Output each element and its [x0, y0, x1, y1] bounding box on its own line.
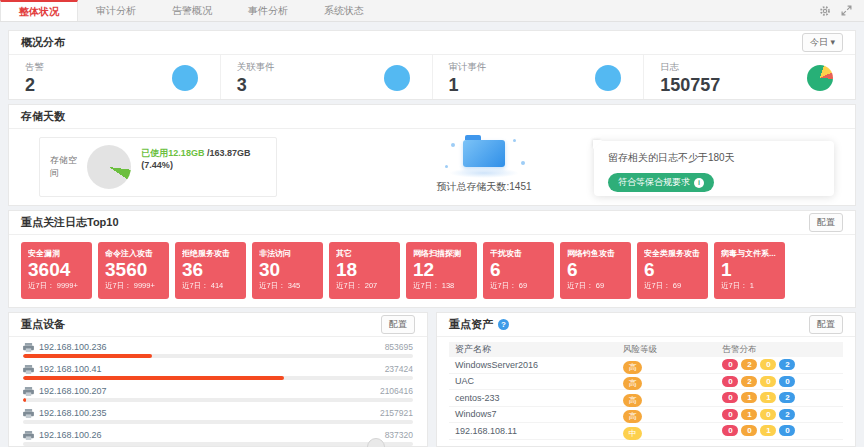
alarm-badge-high: 2	[741, 359, 757, 370]
date-range-dropdown[interactable]: 今日 ▾	[802, 33, 843, 52]
devices-config-button[interactable]: 配置	[381, 315, 415, 334]
asset-row[interactable]: WindowsServer2016 高 0 2 0 2	[449, 357, 843, 374]
alarm-badge-critical: 0	[722, 359, 738, 370]
stat-audit-events[interactable]: 审计事件 1	[433, 55, 645, 100]
folder-shadow	[449, 168, 519, 178]
info-icon: i	[694, 178, 704, 188]
alarm-badge-medium: 1	[760, 392, 776, 403]
alarm-badge-low: 2	[779, 359, 795, 370]
chevron-down-icon: ▾	[830, 37, 835, 47]
overview-stats-row: 告警 2 关联事件 3 审计事件 1	[9, 55, 855, 100]
assets-table: 资产名称 风险等级 告警分布 WindowsServer2016 高 0 2 0…	[437, 337, 855, 440]
stat-value: 2	[25, 76, 44, 94]
top-tabbar: 整体状况 审计分析 告警概况 事件分析 系统状态	[0, 0, 864, 22]
alarm-badge-medium: 1	[760, 425, 776, 436]
help-icon[interactable]: ?	[498, 319, 509, 330]
alarm-badge-critical: 0	[722, 409, 738, 420]
log-card-phishing[interactable]: 网络钓鱼攻击 6 近7日： 69	[560, 242, 631, 299]
alarm-badge-low: 2	[779, 392, 795, 403]
log-card-illegal-access[interactable]: 非法访问 30 近7日： 345	[252, 242, 323, 299]
assets-title: 重点资产	[449, 317, 493, 332]
storage-title: 存储天数	[21, 109, 65, 124]
device-row[interactable]: 192.168.100.235 2157921	[23, 406, 413, 428]
estimated-storage-days: 预计总存储天数:1451	[409, 180, 559, 194]
tab-audit-analysis[interactable]: 审计分析	[78, 0, 154, 21]
device-list: 192.168.100.236 853695 192.168.100.41 23…	[9, 337, 427, 447]
top10-logs-panel: 重点关注日志Top10 配置 安全漏洞 3604 近7日： 9999+ 命令注入…	[8, 210, 856, 308]
assets-config-button[interactable]: 配置	[809, 315, 843, 334]
device-bar-track	[23, 398, 413, 402]
stat-logs[interactable]: 日志 150757	[644, 55, 855, 100]
alarm-badge-high: 1	[741, 392, 757, 403]
device-bar-track	[23, 420, 413, 424]
stat-value: 1	[449, 76, 487, 94]
fullscreen-expand-icon[interactable]	[841, 5, 852, 16]
storage-space-card: 存储空间 已使用12.18GB /163.87GB (7.44%)	[39, 137, 277, 197]
device-icon	[23, 409, 34, 418]
alarm-badge-medium: 0	[760, 359, 776, 370]
log-card-interference[interactable]: 干扰攻击 6 近7日： 69	[483, 242, 554, 299]
asset-row[interactable]: Windows7 高 0 1 0 2	[449, 407, 843, 424]
folder-icon	[463, 140, 505, 167]
device-icon	[23, 387, 34, 396]
stat-label: 审计事件	[449, 61, 487, 74]
log-card-dos-attack[interactable]: 拒绝服务攻击 36 近7日： 414	[175, 242, 246, 299]
sparkle-dot	[513, 139, 516, 142]
stat-correlated-events[interactable]: 关联事件 3	[221, 55, 433, 100]
overview-title: 概况分布	[21, 35, 65, 50]
alarm-badge-critical: 0	[722, 392, 738, 403]
device-row[interactable]: 192.168.100.26 837320	[23, 428, 413, 447]
log-card-network-scan[interactable]: 网络扫描探测 12 近7日： 138	[406, 242, 477, 299]
storage-folder-illustration: 预计总存储天数:1451	[409, 135, 559, 194]
sparkle-dot	[445, 165, 448, 168]
log-card-security-vuln[interactable]: 安全漏洞 3604 近7日： 9999+	[21, 242, 92, 299]
alarm-badge-low: 0	[779, 376, 795, 387]
alarm-badge-high: 0	[741, 425, 757, 436]
top10-cards-row: 安全漏洞 3604 近7日： 9999+ 命令注入攻击 3560 近7日： 99…	[9, 235, 855, 306]
settings-gear-icon[interactable]	[819, 5, 831, 17]
device-bar-track	[23, 442, 413, 446]
alarm-distribution: 0 2 0 0	[722, 376, 837, 387]
retention-note: 留存相关的日志不少于180天	[608, 151, 820, 165]
device-row[interactable]: 192.168.100.41 237424	[23, 362, 413, 384]
log-card-virus-file[interactable]: 病毒与文件系... 1 近7日： 1	[714, 242, 785, 299]
stat-value: 3	[237, 76, 275, 94]
device-bar-fill	[23, 354, 152, 358]
alarm-distribution: 0 1 0 2	[722, 409, 837, 420]
compliance-badge[interactable]: 符合等保合规要求 i	[608, 173, 714, 192]
device-bar-track	[23, 376, 413, 380]
key-assets-panel: 重点资产 ? 配置 资产名称 风险等级 告警分布 WindowsServer20…	[436, 312, 856, 447]
alarm-badge-high: 2	[741, 376, 757, 387]
asset-row[interactable]: UAC 高 0 2 0 0	[449, 374, 843, 391]
tab-overall-status[interactable]: 整体状况	[0, 0, 78, 21]
top10-config-button[interactable]: 配置	[809, 213, 843, 232]
log-card-security-service[interactable]: 安全类服务攻击 6 近7日： 69	[637, 242, 708, 299]
devices-title: 重点设备	[21, 317, 65, 332]
storage-used-text: 已使用12.18GB	[141, 148, 204, 158]
tab-event-analysis[interactable]: 事件分析	[230, 0, 306, 21]
stat-label: 日志	[660, 61, 720, 74]
device-row[interactable]: 192.168.100.207 2106416	[23, 384, 413, 406]
asset-row[interactable]: 192.168.108.11 中 0 0 1 0	[449, 423, 843, 440]
storage-usage-text: 已使用12.18GB /163.87GB (7.44%)	[141, 147, 266, 170]
device-row[interactable]: 192.168.100.236 853695	[23, 340, 413, 362]
alarm-badge-medium: 0	[760, 409, 776, 420]
log-card-other[interactable]: 其它 18 近7日： 207	[329, 242, 400, 299]
tab-system-status[interactable]: 系统状态	[306, 0, 382, 21]
alarm-distribution: 0 1 1 2	[722, 392, 837, 403]
device-bar-fill	[23, 398, 26, 402]
stat-alarms[interactable]: 告警 2	[9, 55, 221, 100]
event-circle-icon	[384, 65, 410, 91]
asset-row[interactable]: centos-233 高 0 1 1 2	[449, 390, 843, 407]
alarm-badge-critical: 0	[722, 425, 738, 436]
stat-label: 关联事件	[237, 61, 275, 74]
storage-space-label: 存储空间	[50, 154, 81, 180]
device-icon	[23, 431, 34, 440]
stat-label: 告警	[25, 61, 44, 74]
sparkle-dot	[521, 161, 525, 165]
device-icon	[23, 343, 34, 352]
alarm-badge-medium: 0	[760, 376, 776, 387]
tab-alarm-overview[interactable]: 告警概况	[154, 0, 230, 21]
log-card-cmd-injection[interactable]: 命令注入攻击 3560 近7日： 9999+	[98, 242, 169, 299]
alarm-distribution: 0 2 0 2	[722, 359, 837, 370]
